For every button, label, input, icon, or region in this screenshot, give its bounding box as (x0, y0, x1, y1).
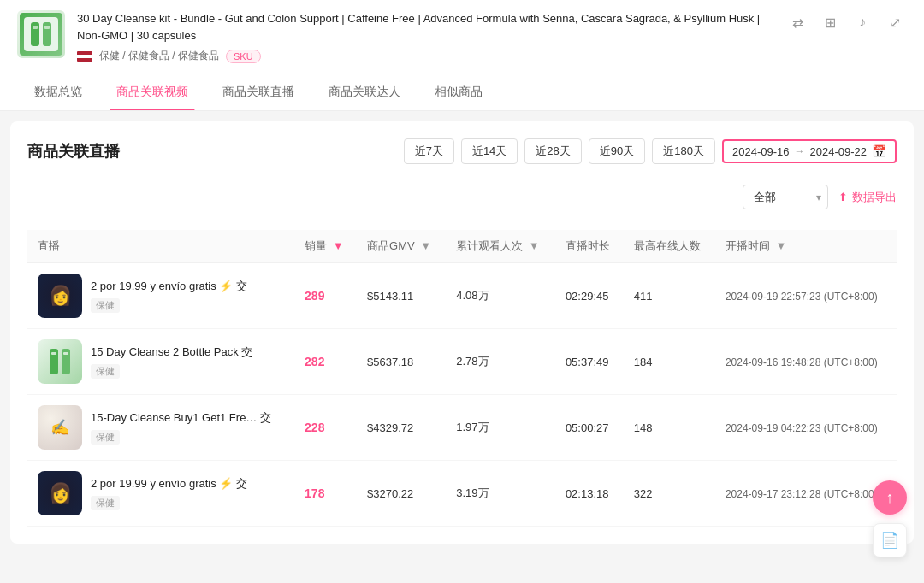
cell-gmv: $5637.18 (357, 329, 446, 395)
live-cell: 15 Day Cleanse 2 Bottle Pack 交 保健 (38, 339, 284, 384)
gmv-value: $5637.18 (367, 356, 413, 368)
table-row: 15 Day Cleanse 2 Bottle Pack 交 保健 282 $5… (27, 329, 897, 395)
cell-live: 15 Day Cleanse 2 Bottle Pack 交 保健 (27, 329, 294, 395)
sort-icon-viewers: ▼ (529, 239, 540, 252)
period-28d[interactable]: 近28天 (524, 138, 581, 164)
col-start-time[interactable]: 开播时间 ▼ (715, 230, 897, 263)
cell-viewers: 3.19万 (446, 461, 555, 527)
cell-sales: 178 (294, 461, 357, 527)
cell-duration: 02:13:18 (555, 461, 624, 527)
table-row: 👩 2 por 19.99 y envío gratis ⚡ 交 保健 289 … (27, 263, 897, 329)
us-flag-icon (77, 51, 92, 62)
gmv-value: $3270.22 (367, 487, 413, 500)
col-peak: 最高在线人数 (624, 230, 715, 263)
peak-value: 184 (634, 356, 653, 368)
start-time-value: 2024-09-19 04:22:23 (UTC+8:00) (726, 422, 878, 434)
filter-select-wrapper: 全部 保健 其他 (743, 185, 828, 209)
cell-duration: 05:00:27 (555, 395, 624, 461)
period-7d[interactable]: 近7天 (404, 138, 454, 164)
live-table: 直播 销量 ▼ 商品GMV ▼ 累计观看人次 ▼ 直播时长 最高在线人数 开播时… (27, 230, 897, 527)
cell-gmv: $5143.11 (357, 263, 446, 329)
section-header: 商品关联直播 近7天 近14天 近28天 近90天 近180天 2024-09-… (27, 138, 897, 164)
live-thumbnail: 👩 (38, 471, 82, 515)
calendar-icon[interactable]: 📅 (872, 144, 886, 158)
live-info: 2 por 19.99 y envío gratis ⚡ 交 保健 (91, 279, 247, 312)
product-title: 30 Day Cleanse kit - Bundle - Gut and Co… (77, 10, 773, 44)
date-end: 2024-09-22 (810, 145, 868, 158)
period-14d[interactable]: 近14天 (461, 138, 518, 164)
svg-rect-8 (63, 352, 68, 355)
doc-button[interactable]: 📄 (873, 523, 907, 554)
live-category: 保健 (91, 298, 120, 313)
translate-icon[interactable]: ⇄ (785, 10, 809, 34)
tab-influencers[interactable]: 商品关联达人 (311, 74, 418, 110)
live-category: 保健 (91, 430, 120, 445)
sort-icon-time: ▼ (776, 239, 787, 252)
back-to-top-button[interactable]: ↑ (873, 480, 907, 515)
toolbar: 全部 保健 其他 ⬆ 数据导出 (27, 178, 897, 216)
product-meta: 保健 / 保健食品 / 保健食品 SKU (77, 49, 773, 63)
col-sales[interactable]: 销量 ▼ (294, 230, 357, 263)
viewers-value: 2.78万 (456, 355, 489, 368)
cell-sales: 282 (294, 329, 357, 395)
viewers-value: 4.08万 (456, 289, 489, 302)
external-link-icon[interactable]: ⤢ (883, 10, 907, 34)
svg-rect-4 (44, 26, 50, 29)
live-cell: 👩 2 por 19.99 y envío gratis ⚡ 交 保健 (38, 274, 284, 318)
cell-live: ✍️ 15-Day Cleanse Buy1 Get1 Fre… 交 保健 (27, 395, 294, 461)
viewers-value: 3.19万 (456, 486, 489, 499)
product-header: 30 Day Cleanse kit - Bundle - Gut and Co… (0, 0, 924, 74)
tab-overview[interactable]: 数据总览 (17, 74, 99, 110)
tab-similar[interactable]: 相似商品 (418, 74, 500, 110)
table-header-row: 直播 销量 ▼ 商品GMV ▼ 累计观看人次 ▼ 直播时长 最高在线人数 开播时… (27, 230, 897, 263)
cell-duration: 02:29:45 (555, 263, 624, 329)
gmv-value: $4329.72 (367, 421, 413, 434)
category-filter-select[interactable]: 全部 保健 其他 (743, 185, 828, 209)
live-name: 2 por 19.99 y envío gratis ⚡ 交 (91, 476, 247, 492)
cell-viewers: 4.08万 (446, 263, 555, 329)
svg-rect-7 (51, 352, 56, 355)
live-thumbnail: ✍️ (38, 405, 82, 450)
tab-videos[interactable]: 商品关联视频 (99, 74, 205, 110)
duration-value: 02:29:45 (566, 290, 609, 303)
main-content: 商品关联直播 近7天 近14天 近28天 近90天 近180天 2024-09-… (10, 121, 914, 544)
date-start: 2024-09-16 (732, 145, 790, 158)
export-button[interactable]: ⬆ 数据导出 (838, 190, 897, 205)
sales-value: 289 (305, 289, 324, 303)
live-thumbnail: 👩 (38, 274, 82, 318)
tab-live[interactable]: 商品关联直播 (205, 74, 311, 110)
live-cell: 👩 2 por 19.99 y envío gratis ⚡ 交 保健 (38, 471, 284, 515)
period-180d[interactable]: 近180天 (652, 138, 715, 164)
live-name: 15-Day Cleanse Buy1 Get1 Fre… 交 (91, 410, 271, 426)
cell-live: 👩 2 por 19.99 y envío gratis ⚡ 交 保健 (27, 461, 294, 527)
cell-peak: 411 (624, 263, 715, 329)
sku-badge: SKU (226, 50, 261, 63)
col-viewers[interactable]: 累计观看人次 ▼ (446, 230, 555, 263)
sales-value: 178 (305, 486, 324, 500)
table-row: ✍️ 15-Day Cleanse Buy1 Get1 Fre… 交 保健 22… (27, 395, 897, 461)
duration-value: 02:13:18 (566, 487, 609, 500)
live-info: 2 por 19.99 y envío gratis ⚡ 交 保健 (91, 476, 247, 509)
tiktok-icon[interactable]: ♪ (850, 10, 874, 34)
date-arrow: → (795, 145, 805, 157)
cell-peak: 322 (624, 461, 715, 527)
period-90d[interactable]: 近90天 (589, 138, 645, 164)
grid-icon[interactable]: ⊞ (818, 10, 842, 34)
export-icon: ⬆ (838, 191, 848, 203)
cell-peak: 148 (624, 395, 715, 461)
sort-icon-gmv: ▼ (420, 239, 431, 252)
live-info: 15 Day Cleanse 2 Bottle Pack 交 保健 (91, 344, 252, 378)
peak-value: 148 (634, 421, 653, 434)
live-thumbnail (38, 339, 82, 384)
duration-value: 05:00:27 (566, 421, 609, 434)
cell-viewers: 2.78万 (446, 329, 555, 395)
duration-value: 05:37:49 (566, 356, 609, 368)
product-image (17, 10, 65, 58)
gmv-value: $5143.11 (367, 290, 413, 303)
col-gmv[interactable]: 商品GMV ▼ (357, 230, 446, 263)
cell-sales: 289 (294, 263, 357, 329)
start-time-value: 2024-09-16 19:48:28 (UTC+8:00) (726, 356, 878, 368)
start-time-value: 2024-09-17 23:12:28 (UTC+8:00) (726, 488, 878, 500)
date-range-selector[interactable]: 2024-09-16 → 2024-09-22 📅 (722, 139, 897, 163)
cell-sales: 228 (294, 395, 357, 461)
